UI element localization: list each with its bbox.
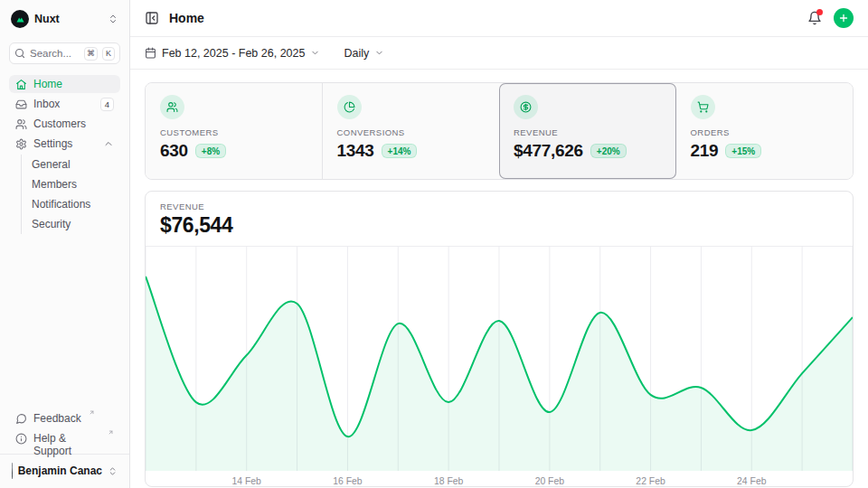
sidebar-item-label: Home <box>33 78 62 90</box>
dashboard-content: CUSTOMERS 630 +8% CONVERSIONS 1343 +14% <box>130 70 868 488</box>
avatar <box>12 463 13 479</box>
svg-text:14 Feb: 14 Feb <box>232 476 262 486</box>
chart-metric-label: REVENUE <box>160 202 838 211</box>
gear-icon <box>15 138 27 150</box>
stat-delta-badge: +14% <box>382 144 418 158</box>
stat-value: 630 <box>160 141 188 161</box>
submenu-label: General <box>32 158 71 171</box>
top-bar: Home <box>130 0 868 37</box>
svg-text:18 Feb: 18 Feb <box>434 476 464 486</box>
stat-card-conversions[interactable]: CONVERSIONS 1343 +14% <box>323 83 500 179</box>
collapse-sidebar-button[interactable] <box>145 11 159 25</box>
svg-text:20 Feb: 20 Feb <box>535 476 565 486</box>
chart-metric-value: $76,544 <box>160 213 838 238</box>
stat-value: $477,626 <box>514 141 583 161</box>
stat-label: REVENUE <box>514 127 662 137</box>
sidebar-footer: Feedback Help & Support Benjamin Canac <box>9 410 120 481</box>
svg-text:16 Feb: 16 Feb <box>333 476 363 486</box>
sidebar-item-security[interactable]: Security <box>32 214 120 234</box>
chart-header: REVENUE $76,544 <box>146 192 853 247</box>
svg-text:24 Feb: 24 Feb <box>737 476 767 486</box>
svg-text:22 Feb: 22 Feb <box>636 476 665 486</box>
notification-dot <box>816 9 823 15</box>
stat-card-orders[interactable]: ORDERS 219 +15% <box>676 83 854 179</box>
plus-icon <box>838 13 849 23</box>
sidebar-item-general[interactable]: General <box>32 155 120 174</box>
add-button[interactable] <box>834 8 854 28</box>
inbox-icon <box>15 99 27 110</box>
workspace-switcher[interactable]: Nuxt <box>9 9 120 29</box>
stat-label: CUSTOMERS <box>160 127 307 137</box>
search-input[interactable]: Search... ⌘ K <box>9 42 120 64</box>
chart-pie-icon <box>337 95 362 119</box>
users-icon <box>15 118 27 130</box>
sidebar: Nuxt Search... ⌘ K Home Inbox 4 <box>0 0 130 488</box>
granularity-select[interactable]: Daily <box>344 47 384 60</box>
submenu-label: Members <box>32 178 77 191</box>
main-panel: Home Feb 12, 2025 - Feb 26, 2025 Daily <box>130 0 868 488</box>
circle-dollar-icon <box>514 95 538 119</box>
sidebar-item-inbox[interactable]: Inbox 4 <box>9 95 120 113</box>
nuxt-logo-icon <box>11 10 29 28</box>
chevrons-up-down-icon <box>108 466 118 476</box>
chart-plot-area[interactable]: 14 Feb16 Feb18 Feb20 Feb22 Feb24 Feb <box>146 247 853 487</box>
notifications-button[interactable] <box>807 11 822 25</box>
sidebar-item-settings[interactable]: Settings <box>9 135 120 153</box>
submenu-label: Security <box>32 218 71 230</box>
workspace-name: Nuxt <box>34 13 60 25</box>
revenue-chart-card: REVENUE $76,544 14 Feb16 Feb18 Feb20 Feb… <box>145 191 854 487</box>
date-range-picker[interactable]: Feb 12, 2025 - Feb 26, 2025 <box>145 47 320 60</box>
sidebar-item-label: Customers <box>33 117 86 130</box>
revenue-chart: 14 Feb16 Feb18 Feb20 Feb22 Feb24 Feb <box>146 247 853 487</box>
stat-label: ORDERS <box>691 127 839 137</box>
help-support-label: Help & Support <box>33 432 100 457</box>
feedback-label: Feedback <box>33 412 81 425</box>
inbox-count-badge: 4 <box>100 98 114 111</box>
sidebar-item-label: Inbox <box>33 98 60 110</box>
sidebar-item-members[interactable]: Members <box>32 174 120 194</box>
home-icon <box>15 79 27 90</box>
chevron-down-icon <box>374 48 384 58</box>
help-support-link[interactable]: Help & Support <box>9 430 120 448</box>
sidebar-nav: Home Inbox 4 Customers Settings Ge <box>9 75 120 236</box>
user-menu[interactable]: Benjamin Canac <box>9 455 120 481</box>
stat-value: 1343 <box>337 141 374 161</box>
sidebar-item-label: Settings <box>33 137 72 150</box>
page-title: Home <box>169 11 204 25</box>
stat-card-revenue[interactable]: REVENUE $477,626 +20% <box>499 83 676 179</box>
settings-submenu: General Members Notifications Security <box>21 155 120 234</box>
sidebar-item-customers[interactable]: Customers <box>9 115 120 133</box>
info-icon <box>15 433 27 445</box>
stats-row: CUSTOMERS 630 +8% CONVERSIONS 1343 +14% <box>145 82 854 180</box>
sidebar-item-home[interactable]: Home <box>9 75 120 93</box>
calendar-icon <box>145 47 156 59</box>
submenu-label: Notifications <box>32 198 90 211</box>
external-link-icon <box>89 409 95 416</box>
search-placeholder: Search... <box>30 48 80 59</box>
chevron-down-icon <box>310 48 320 58</box>
stat-delta-badge: +20% <box>590 144 627 158</box>
chevron-up-icon <box>103 138 114 149</box>
user-name: Benjamin Canac <box>18 465 102 477</box>
sidebar-item-notifications[interactable]: Notifications <box>32 194 120 214</box>
message-icon <box>15 413 27 425</box>
external-link-icon <box>108 429 114 436</box>
chevrons-up-down-icon <box>108 14 118 24</box>
stat-label: CONVERSIONS <box>337 127 486 137</box>
stat-card-customers[interactable]: CUSTOMERS 630 +8% <box>146 83 323 179</box>
feedback-link[interactable]: Feedback <box>9 410 120 428</box>
kbd-meta: ⌘ <box>84 47 98 61</box>
users-icon <box>160 95 184 119</box>
search-icon <box>14 48 25 59</box>
stat-value: 219 <box>691 141 719 161</box>
cart-icon <box>691 95 715 119</box>
kbd-k: K <box>102 47 115 61</box>
granularity-value: Daily <box>344 47 369 60</box>
filter-toolbar: Feb 12, 2025 - Feb 26, 2025 Daily <box>130 37 868 70</box>
date-range-value: Feb 12, 2025 - Feb 26, 2025 <box>162 47 305 60</box>
stat-delta-badge: +8% <box>195 144 226 158</box>
stat-delta-badge: +15% <box>725 144 761 158</box>
